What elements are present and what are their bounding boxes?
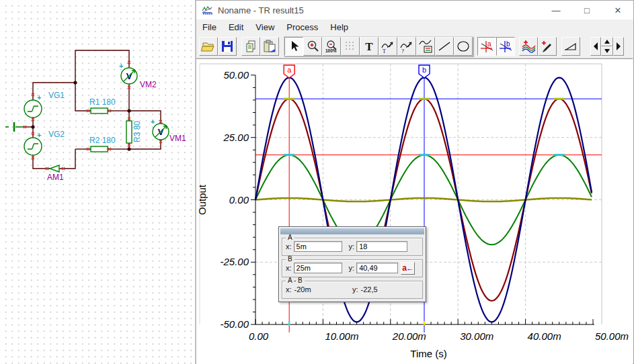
svg-text:-25.00: -25.00 (220, 256, 249, 267)
select-tool-button[interactable] (284, 37, 303, 56)
zoom-in-icon (305, 39, 320, 54)
label-r1: R1 180 (89, 97, 116, 107)
minimize-button[interactable]: — (541, 1, 571, 19)
schematic-editor[interactable]: V V ++ ++ (0, 0, 195, 364)
curve-label-icon: T (381, 39, 395, 54)
label-r3: R3 80 (132, 121, 142, 142)
group-b-legend: B (286, 256, 294, 263)
toolbar: 100% T (196, 34, 633, 58)
voltage-generator-vg2[interactable] (24, 138, 42, 155)
cursor-b-icon: b (498, 39, 513, 54)
zoom-in-button[interactable] (303, 37, 322, 56)
cursor-a-button[interactable]: a (477, 37, 496, 56)
svg-text:T: T (365, 40, 373, 53)
svg-text:10.00m: 10.00m (325, 330, 358, 342)
cursor-diff-group: A - B x: -20m y: -22,5 (282, 281, 423, 299)
app-icon (202, 5, 212, 15)
voltmeter-vm2[interactable]: V (121, 68, 137, 84)
copy-button[interactable] (241, 37, 260, 56)
b-y-input[interactable] (356, 263, 398, 273)
label-am1: AM1 (47, 173, 64, 182)
curve-query-tool-button[interactable]: ? (397, 37, 416, 56)
tr-plot: 50.0025.000.00-25.00-50.000.0010.00m20.0… (196, 59, 633, 364)
cursor-b-button[interactable]: b (496, 37, 515, 56)
line-icon (437, 39, 452, 54)
ellipse-tool-button[interactable] (454, 37, 473, 56)
nav-left-button[interactable] (590, 37, 601, 56)
save-button[interactable] (218, 37, 237, 56)
svg-text:30.00m: 30.00m (460, 330, 493, 342)
grid-button[interactable] (341, 37, 360, 56)
svg-text:+: + (37, 93, 41, 101)
a-y-label: y: (349, 242, 355, 251)
spin-down-button[interactable] (601, 46, 613, 56)
copy-icon (243, 39, 258, 54)
titlebar[interactable]: Noname - TR result15 — □ ✕ (196, 1, 633, 19)
panel-titlebar[interactable] (280, 228, 424, 234)
cursor-b-group: B x: y: a ← (282, 259, 423, 277)
y-axis-title: Output (196, 184, 208, 215)
maximize-button[interactable]: □ (571, 1, 602, 19)
close-button[interactable]: ✕ (602, 1, 633, 19)
a-x-label: x: (286, 242, 292, 251)
marker-flag-button[interactable] (561, 37, 580, 56)
voltmeter-vm1[interactable]: V (153, 124, 169, 140)
legend-icon (418, 39, 433, 54)
menubar: File Edit View Process Help (196, 19, 633, 34)
open-button[interactable] (199, 37, 218, 56)
b-x-input[interactable] (294, 263, 342, 273)
menu-edit[interactable]: Edit (223, 21, 249, 34)
svg-text:+: + (37, 131, 41, 139)
right-arrow-icon (615, 39, 623, 54)
probe-button[interactable] (538, 37, 557, 56)
paste-button[interactable] (260, 37, 279, 56)
svg-text:?: ? (401, 48, 404, 54)
left-arrow-icon (592, 39, 600, 54)
curve-label-tool-button[interactable]: T (379, 37, 397, 56)
label-vm2: VM2 (140, 80, 157, 89)
svg-text:40.00m: 40.00m (528, 330, 561, 342)
svg-text:b: b (422, 66, 426, 74)
resistor-r1[interactable] (91, 108, 108, 113)
spin-up-button[interactable] (601, 37, 613, 46)
cursor-a-group: A x: y: (282, 238, 423, 256)
tr-result-window: Noname - TR result15 — □ ✕ File Edit Vie… (195, 0, 634, 364)
ammeter-am1[interactable] (50, 165, 59, 172)
screen: V V ++ ++ (0, 0, 634, 364)
text-tool-button[interactable]: T (360, 37, 379, 56)
svg-text:a: a (487, 40, 491, 48)
menu-process[interactable]: Process (280, 21, 324, 34)
diff-x-value: -20m (294, 285, 311, 293)
a-x-input[interactable] (294, 241, 342, 252)
svg-text:a: a (287, 66, 292, 74)
svg-text:50.00: 50.00 (223, 69, 249, 81)
group-a-legend: A (286, 234, 294, 241)
svg-text:+: + (119, 62, 123, 70)
svg-text:b: b (506, 40, 510, 48)
nav-right-button[interactable] (613, 37, 624, 56)
diagram-area[interactable]: 50.0025.000.00-25.00-50.000.0010.00m20.0… (196, 58, 633, 364)
zoom-100-button[interactable]: 100% (322, 37, 341, 56)
voltage-generator-vg1[interactable] (24, 100, 42, 118)
cursor-values-panel[interactable]: A x: y: B x: y: (278, 226, 426, 302)
menu-view[interactable]: View (249, 21, 280, 34)
label-vm1: VM1 (169, 134, 186, 143)
a-y-input[interactable] (356, 241, 407, 252)
svg-text:25.00: 25.00 (223, 132, 249, 143)
line-tool-button[interactable] (435, 37, 454, 56)
add-curves-button[interactable] (519, 37, 538, 56)
probe-plus-icon (540, 39, 555, 54)
open-folder-icon (201, 39, 216, 54)
window-title: Noname - TR result15 (218, 5, 304, 15)
ground-symbol[interactable] (5, 122, 23, 132)
down-arrow-icon (603, 48, 611, 54)
jump-to-cursor-a-button[interactable]: a ← (401, 262, 415, 275)
resistor-r2[interactable] (91, 146, 108, 152)
menu-help[interactable]: Help (324, 21, 354, 34)
resistor-r3[interactable] (126, 121, 132, 143)
curve-query-icon: ? (399, 39, 414, 54)
legend-tool-button[interactable] (416, 37, 435, 56)
cursor-arrow-icon (286, 39, 301, 54)
menu-file[interactable]: File (196, 21, 223, 34)
group-diff-legend: A - B (286, 277, 305, 284)
